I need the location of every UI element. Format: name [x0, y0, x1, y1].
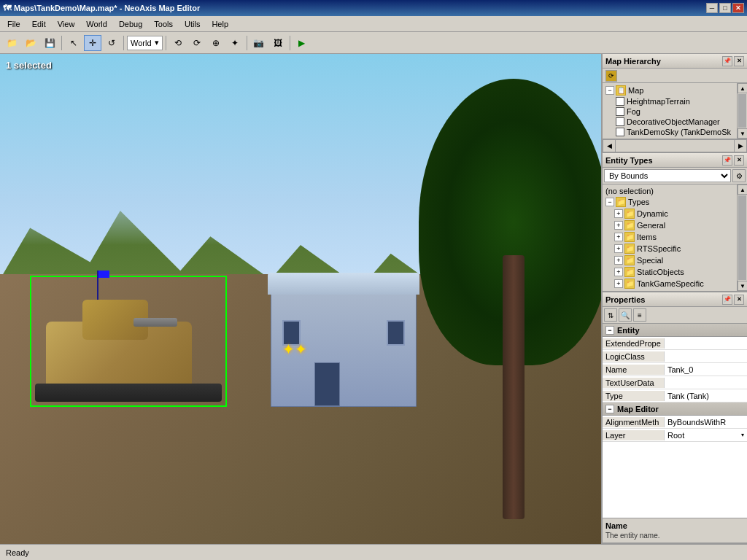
open-button[interactable]: 📂 — [22, 35, 39, 51]
prop-logicclass-value[interactable] — [665, 356, 747, 357]
camera-btn[interactable]: 📷 — [250, 35, 268, 51]
map-hierarchy-pin[interactable]: 📌 — [722, 56, 732, 66]
tree-item-tankgame[interactable]: + 📁 TankGameSpecific — [604, 278, 735, 289]
map-expand-btn[interactable]: − — [605, 86, 614, 95]
fog-checkbox[interactable] — [616, 107, 624, 116]
entity-types-header: Entity Types 📌 ✕ — [603, 153, 747, 168]
prop-type-value[interactable]: Tank (Tank) — [665, 391, 747, 401]
tree-item-rts[interactable]: + 📁 RTSSpecific — [604, 243, 735, 254]
tree-item-special[interactable]: + 📁 Special — [604, 254, 735, 266]
entity-types-close[interactable]: ✕ — [734, 155, 744, 166]
entity-types-content: (no selection) − 📁 Types + 📁 Dynamic — [603, 184, 737, 291]
menu-item-utils[interactable]: Utils — [179, 18, 206, 30]
menu-item-view[interactable]: View — [52, 18, 81, 30]
tree-item-sky[interactable]: TankDemoSky (TankDemoSk — [604, 127, 735, 137]
close-button[interactable]: ✕ — [732, 3, 744, 13]
mapeditor-expand[interactable]: − — [605, 405, 614, 413]
map-hierarchy-close[interactable]: ✕ — [734, 56, 744, 66]
types-expand-btn[interactable]: − — [605, 198, 614, 206]
minimize-button[interactable]: ─ — [706, 3, 718, 13]
hierarchy-nav-right[interactable]: ▶ — [734, 139, 747, 152]
tankgame-expand-btn[interactable]: + — [614, 279, 623, 288]
menu-item-help[interactable]: Help — [206, 18, 234, 30]
entity-types-scroll-thumb[interactable] — [738, 195, 746, 280]
tree-item-static[interactable]: + 📁 StaticObjects — [604, 266, 735, 278]
menu-item-world[interactable]: World — [80, 18, 113, 30]
play-btn[interactable]: ▶ — [293, 35, 311, 51]
new-button[interactable]: 📁 — [3, 35, 20, 51]
hierarchy-scroll-down[interactable]: ▼ — [738, 128, 747, 139]
hierarchy-nav-left[interactable]: ◀ — [603, 139, 616, 152]
tree-item-items[interactable]: + 📁 Items — [604, 231, 735, 243]
maximize-button[interactable]: □ — [719, 3, 731, 13]
prop-textuserdata-value[interactable] — [665, 382, 747, 384]
move-button[interactable]: ✛ — [84, 35, 101, 51]
prop-layer-value[interactable]: Root ▾ — [665, 430, 747, 440]
tool-btn-4[interactable]: ✦ — [226, 35, 244, 51]
menu-item-tools[interactable]: Tools — [148, 18, 179, 30]
mapeditor-section-header[interactable]: − Map Editor — [603, 402, 747, 416]
rotate-button[interactable]: ↺ — [103, 35, 120, 51]
props-more-btn[interactable]: ≡ — [633, 308, 646, 322]
hierarchy-scroll-up[interactable]: ▲ — [738, 83, 747, 93]
hierarchy-toolbar: ⟳ — [603, 69, 747, 83]
world-dropdown[interactable]: World▾ — [127, 36, 163, 50]
properties-pin[interactable]: 📌 — [722, 295, 732, 305]
entity-expand[interactable]: − — [605, 326, 614, 335]
entity-types-scroll-area: (no selection) − 📁 Types + 📁 Dynamic — [603, 184, 747, 291]
prop-name-label: Name — [603, 365, 665, 375]
decorative-checkbox[interactable] — [616, 117, 624, 126]
viewport[interactable]: ✦✦ 1 selected — [0, 54, 601, 544]
tree-item-types[interactable]: − 📁 Types — [604, 196, 735, 208]
properties-close[interactable]: ✕ — [734, 295, 744, 305]
tool-btn-3[interactable]: ⊕ — [207, 35, 225, 51]
map-hierarchy-title: Map Hierarchy — [605, 57, 661, 66]
menu-item-file[interactable]: File — [1, 18, 26, 30]
special-expand-btn[interactable]: + — [614, 256, 623, 265]
tree-item-heightmap[interactable]: HeightmapTerrain — [604, 96, 735, 106]
tree-item-decorative[interactable]: DecorativeObjectManager — [604, 117, 735, 127]
rts-expand-btn[interactable]: + — [614, 244, 623, 253]
app-icon: 🗺 — [3, 4, 11, 12]
menu-item-debug[interactable]: Debug — [113, 18, 148, 30]
tool-btn-2[interactable]: ⟳ — [188, 35, 206, 51]
entity-section-header[interactable]: − Entity — [603, 324, 747, 337]
prop-name-value[interactable]: Tank_0 — [665, 365, 747, 375]
props-sort-btn[interactable]: ⇅ — [604, 308, 617, 322]
fog-label: Fog — [627, 107, 640, 116]
tree-item-map[interactable]: − 📋 Map — [604, 85, 735, 96]
save-button[interactable]: 💾 — [41, 35, 58, 51]
select-button[interactable]: ↖ — [65, 35, 82, 51]
static-expand-btn[interactable]: + — [614, 268, 623, 276]
tree-item-dynamic[interactable]: + 📁 Dynamic — [604, 208, 735, 219]
titlebar: 🗺 Maps\TankDemo\Map.map* - NeoAxis Map E… — [0, 0, 747, 16]
hierarchy-scroll-thumb[interactable] — [738, 94, 746, 128]
menu-item-edit[interactable]: Edit — [26, 18, 52, 30]
general-expand-btn[interactable]: + — [614, 221, 623, 230]
tree-item-fog[interactable]: Fog — [604, 106, 735, 117]
entity-types-pin[interactable]: 📌 — [722, 155, 732, 166]
entity-types-scroll-up[interactable]: ▲ — [738, 184, 747, 195]
render-btn[interactable]: 🖼 — [269, 35, 287, 51]
dynamic-expand-btn[interactable]: + — [614, 209, 623, 218]
viewport-background: ✦✦ 1 selected — [0, 54, 601, 544]
building-window-right — [387, 320, 405, 346]
properties-header: Properties 📌 ✕ — [603, 292, 747, 307]
prop-extended-value[interactable] — [665, 343, 747, 344]
items-expand-btn[interactable]: + — [614, 233, 623, 241]
tree-item-general[interactable]: + 📁 General — [604, 219, 735, 231]
hierarchy-refresh-btn[interactable]: ⟳ — [605, 70, 617, 82]
entity-types-filter-btn[interactable]: ⚙ — [732, 169, 746, 182]
heightmap-checkbox[interactable] — [616, 97, 624, 106]
prop-name: Name Tank_0 — [603, 363, 747, 376]
prop-alignment-value[interactable]: ByBoundsWithR — [665, 417, 747, 427]
tool-btn-1[interactable]: ⟲ — [169, 35, 187, 51]
toolbar-sep-3 — [166, 36, 166, 50]
sky-checkbox[interactable] — [616, 128, 624, 136]
layer-dropdown-arrow: ▾ — [741, 432, 744, 438]
props-filter-btn[interactable]: 🔍 — [619, 308, 632, 322]
tree-item-no-selection[interactable]: (no selection) — [604, 186, 735, 196]
entity-types-filter-select[interactable]: By Bounds — [604, 169, 731, 182]
titlebar-controls: ─ □ ✕ — [706, 3, 744, 13]
entity-types-scroll-down[interactable]: ▼ — [738, 281, 747, 291]
